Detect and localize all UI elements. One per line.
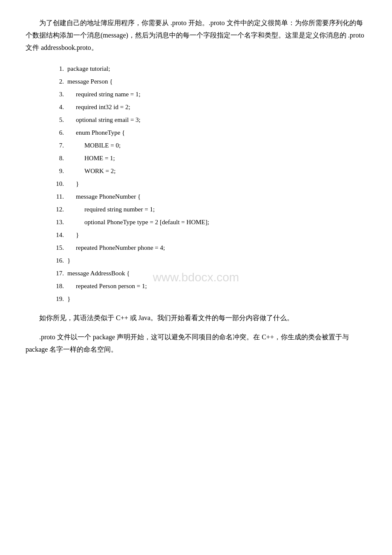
line-content: message PhoneNumber { bbox=[76, 190, 141, 203]
line-content: optional PhoneType type = 2 [default = H… bbox=[84, 216, 209, 228]
code-line: 4.required int32 id = 2; bbox=[51, 101, 366, 113]
code-line: 1.package tutorial; bbox=[51, 62, 366, 75]
code-line: 17.message AddressBook { bbox=[51, 267, 366, 280]
line-number: 12. bbox=[51, 203, 64, 216]
code-line: 2.message Person { bbox=[51, 75, 366, 88]
line-number: 10. bbox=[51, 177, 64, 190]
line-number: 14. bbox=[51, 228, 64, 241]
line-content: repeated PhoneNumber phone = 4; bbox=[76, 241, 165, 254]
closing-paragraph-1: 如你所见，其语法类似于 C++ 或 Java。我们开始看看文件的每一部分内容做了… bbox=[26, 312, 366, 324]
line-content: optional string email = 3; bbox=[76, 113, 141, 126]
line-content: message AddressBook { bbox=[67, 267, 130, 280]
line-content: } bbox=[76, 228, 79, 241]
code-line: 16.} bbox=[51, 254, 366, 267]
line-number: 13. bbox=[51, 216, 64, 228]
code-line: 3.required string name = 1; bbox=[51, 88, 366, 101]
code-line: 14.} bbox=[51, 228, 366, 241]
code-line: 8.HOME = 1; bbox=[51, 152, 366, 165]
line-number: 5. bbox=[51, 113, 64, 126]
code-line: 11.message PhoneNumber { bbox=[51, 190, 366, 203]
code-line: 7.MOBILE = 0; bbox=[51, 139, 366, 152]
line-number: 9. bbox=[51, 165, 64, 177]
code-line: 18.repeated Person person = 1; bbox=[51, 280, 366, 292]
line-content: WORK = 2; bbox=[84, 165, 115, 177]
line-content: } bbox=[67, 254, 70, 267]
line-content: message Person { bbox=[67, 75, 112, 88]
line-number: 11. bbox=[51, 190, 64, 203]
code-line: 13.optional PhoneType type = 2 [default … bbox=[51, 216, 366, 228]
closing-paragraph-2: .proto 文件以一个 package 声明开始，这可以避免不同项目的命名冲突… bbox=[26, 331, 366, 356]
code-line: 9.WORK = 2; bbox=[51, 165, 366, 177]
code-line: 19.} bbox=[51, 292, 366, 305]
line-content: required int32 id = 2; bbox=[76, 101, 130, 113]
code-line: 15.repeated PhoneNumber phone = 4; bbox=[51, 241, 366, 254]
line-number: 16. bbox=[51, 254, 64, 267]
line-number: 15. bbox=[51, 241, 64, 254]
code-block: 1.package tutorial;2.message Person {3.r… bbox=[51, 62, 366, 305]
line-number: 3. bbox=[51, 88, 64, 101]
line-number: 1. bbox=[51, 62, 64, 75]
line-number: 7. bbox=[51, 139, 64, 152]
code-line: 12.required string number = 1; bbox=[51, 203, 366, 216]
line-number: 6. bbox=[51, 126, 64, 139]
line-number: 8. bbox=[51, 152, 64, 165]
line-content: } bbox=[76, 177, 79, 190]
code-line: 5.optional string email = 3; bbox=[51, 113, 366, 126]
line-number: 2. bbox=[51, 75, 64, 88]
line-number: 4. bbox=[51, 101, 64, 113]
line-number: 17. bbox=[51, 267, 64, 280]
line-content: repeated Person person = 1; bbox=[76, 280, 147, 292]
line-content: required string number = 1; bbox=[84, 203, 155, 216]
line-content: } bbox=[67, 292, 70, 305]
line-content: enum PhoneType { bbox=[76, 126, 125, 139]
line-number: 19. bbox=[51, 292, 64, 305]
line-content: MOBILE = 0; bbox=[84, 139, 121, 152]
line-content: HOME = 1; bbox=[84, 152, 115, 165]
line-content: required string name = 1; bbox=[76, 88, 141, 101]
line-number: 18. bbox=[51, 280, 64, 292]
code-line: 10.} bbox=[51, 177, 366, 190]
code-line: 6.enum PhoneType { bbox=[51, 126, 366, 139]
line-content: package tutorial; bbox=[67, 62, 110, 75]
intro-paragraph-1: 为了创建自己的地址簿应用程序，你需要从 .proto 开始。.proto 文件中… bbox=[26, 17, 366, 54]
